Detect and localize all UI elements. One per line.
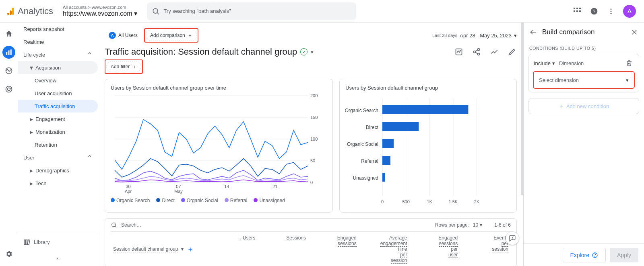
select-dimension-dropdown[interactable]: Select dimension ▾ (534, 72, 634, 88)
bar-chart-card: Users by Session default channel group 0… (339, 79, 517, 213)
include-select[interactable]: Include ▾ (534, 60, 555, 66)
chevron-down-icon: ▾ (30, 64, 33, 72)
global-search[interactable]: Try searching "path analysis" (147, 2, 356, 20)
more-menu-icon[interactable] (606, 6, 616, 16)
ga-logo[interactable]: Analytics (3, 6, 60, 16)
add-filter-chip[interactable]: Add filter ＋ (106, 61, 141, 72)
nav-overview[interactable]: Overview (18, 74, 98, 87)
plus-icon: ＋ (559, 102, 564, 110)
legend-item[interactable]: Referral (225, 198, 248, 203)
nav-life-cycle[interactable]: Life cycle ⌃ (18, 48, 98, 61)
rail-ads-icon[interactable] (2, 83, 15, 96)
svg-rect-16 (6, 52, 7, 55)
chevron-up-icon: ⌃ (87, 51, 92, 59)
account-path: All accounts > www.evozon.com (63, 5, 137, 10)
svg-text:50: 50 (310, 158, 315, 163)
svg-point-2 (7, 13, 9, 15)
line-chart-title: Users by Session default channel group o… (111, 85, 327, 91)
avatar[interactable]: A (623, 5, 636, 18)
svg-rect-60 (382, 122, 419, 131)
table-search[interactable]: Search… (121, 222, 141, 228)
rail-settings-icon[interactable] (2, 248, 15, 260)
rail-home-icon[interactable] (2, 27, 15, 40)
svg-text:Referral: Referral (361, 158, 379, 164)
nav-tech[interactable]: ▸ Tech (18, 177, 98, 190)
chevron-right-icon: ▸ (30, 115, 33, 123)
chevron-right-icon: ▸ (30, 180, 33, 187)
nav-acquisition[interactable]: ▾ Acquisition (18, 61, 98, 74)
legend-item[interactable]: Direct (156, 198, 174, 203)
svg-rect-22 (24, 240, 25, 245)
svg-text:Direct: Direct (366, 125, 379, 130)
legend-item[interactable]: Organic Social (181, 198, 218, 203)
legend-item[interactable]: Organic Search (111, 198, 150, 203)
condition-box: Include ▾ Dimension Select dimension ▾ (528, 54, 639, 92)
rail-reports-icon[interactable] (2, 46, 15, 59)
scrollbar[interactable] (520, 23, 523, 266)
nav-user[interactable]: User ⌃ (18, 151, 98, 164)
trend-icon[interactable] (489, 47, 499, 57)
nav-collapse[interactable]: ‹ (18, 250, 98, 266)
nav-demographics[interactable]: ▸ Demographics (18, 164, 98, 177)
add-condition-button[interactable]: ＋ Add new condition (528, 98, 639, 114)
page-title: Traffic acquisition: Session default cha… (105, 47, 297, 57)
segment-all-users[interactable]: A All Users (105, 30, 142, 41)
apply-button[interactable]: Apply (610, 248, 638, 262)
delete-icon[interactable] (624, 58, 634, 68)
add-comparison-chip[interactable]: Add comparison ＋ (146, 30, 197, 41)
svg-rect-8 (574, 10, 575, 12)
svg-point-26 (478, 49, 480, 51)
insights-icon[interactable] (454, 47, 464, 57)
apps-icon[interactable] (572, 6, 582, 16)
add-dimension-icon[interactable]: ＋ (187, 244, 194, 254)
rail-explore-icon[interactable] (2, 64, 15, 77)
data-table: Search… Rows per page: 10▾ 1-6 of 6 Sess… (105, 218, 517, 266)
nav-realtime[interactable]: Realtime (18, 35, 98, 48)
svg-text:0: 0 (310, 180, 313, 185)
close-icon[interactable] (630, 27, 639, 37)
feedback-icon[interactable] (506, 231, 519, 245)
nav-engagement[interactable]: ▸ Engagement (18, 113, 98, 125)
svg-rect-62 (382, 139, 394, 148)
svg-line-30 (475, 52, 478, 53)
chevron-down-icon[interactable]: ▾ (181, 246, 184, 252)
back-icon[interactable] (528, 27, 538, 37)
svg-text:Organic Social: Organic Social (347, 141, 378, 147)
chevron-down-icon: ▾ (514, 33, 517, 39)
help-icon (592, 252, 598, 258)
nav-user-acquisition[interactable]: User acquisition (18, 87, 98, 100)
svg-rect-1 (10, 10, 12, 15)
svg-rect-64 (382, 156, 390, 165)
svg-rect-17 (8, 51, 10, 55)
share-icon[interactable] (472, 47, 481, 57)
nav-traffic-acquisition[interactable]: Traffic acquisition (18, 100, 98, 113)
svg-text:21: 21 (272, 184, 277, 189)
explore-button[interactable]: Explore (563, 248, 606, 262)
help-icon[interactable]: ? (589, 6, 599, 16)
library-icon (23, 239, 31, 246)
svg-point-14 (611, 10, 612, 12)
panel-title: Build comparison (542, 28, 625, 36)
bar-chart[interactable]: 05001K1.5K2KOrganic SearchDirectOrganic … (345, 94, 490, 207)
date-range-picker[interactable]: Last 28 days Apr 28 - May 25, 2023 ▾ (432, 33, 517, 39)
svg-text:Apr: Apr (125, 189, 132, 194)
nav-reports-snapshot[interactable]: Reports snapshot (18, 23, 98, 35)
nav-monetization[interactable]: ▸ Monetization (18, 125, 98, 138)
svg-text:200: 200 (310, 94, 318, 98)
svg-text:?: ? (593, 8, 596, 14)
svg-rect-58 (382, 105, 468, 114)
account-switcher[interactable]: All accounts > www.evozon.com https://ww… (60, 3, 140, 19)
nav-library[interactable]: Library (18, 234, 98, 250)
chevron-down-icon[interactable]: ▾ (311, 49, 314, 55)
line-chart-card: Users by Session default channel group o… (105, 79, 333, 213)
nav-retention[interactable]: Retention (18, 138, 98, 151)
svg-text:2K: 2K (474, 199, 480, 204)
search-placeholder: Try searching "path analysis" (164, 8, 231, 14)
chevron-right-icon: ▸ (30, 167, 33, 174)
search-icon (152, 7, 160, 15)
status-ok-icon[interactable]: ✓ (300, 48, 308, 55)
legend-item[interactable]: Unassigned (254, 198, 285, 203)
edit-icon[interactable] (507, 47, 517, 57)
line-chart[interactable]: 05010015020030Apr07May1421 (111, 94, 324, 194)
rows-per-page-select[interactable]: 10▾ (473, 222, 482, 228)
